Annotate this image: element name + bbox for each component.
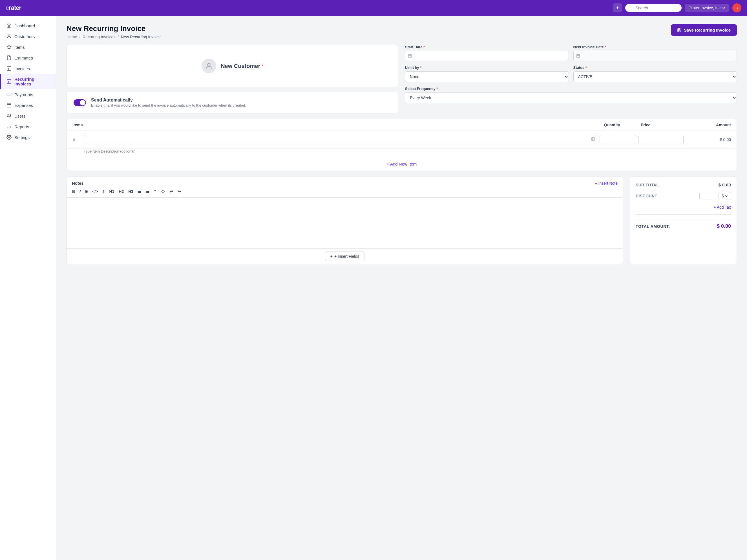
codeblock-button[interactable]: <> — [159, 188, 166, 195]
expenses-icon — [6, 103, 11, 108]
save-icon — [677, 28, 681, 32]
svg-point-14 — [8, 114, 9, 116]
sidebar-item-estimates[interactable]: Estimates — [0, 52, 56, 63]
svg-rect-7 — [7, 79, 11, 83]
item-name-input[interactable] — [84, 135, 597, 144]
discount-input[interactable]: 0 — [699, 192, 716, 200]
sidebar-item-recurring-invoices[interactable]: Recurring Invoices — [0, 74, 56, 89]
frequency-label: Select Frequency * — [405, 86, 737, 91]
drag-handle-icon[interactable]: ⠿ — [73, 137, 81, 143]
save-recurring-invoice-button[interactable]: Save Recurring Invoice — [671, 24, 737, 36]
reports-icon — [6, 124, 11, 129]
payments-icon — [6, 92, 11, 97]
item-picker-icon[interactable] — [591, 137, 595, 142]
status-select[interactable]: ACTIVE INACTIVE — [573, 71, 737, 82]
sidebar-label-invoices: Invoices — [15, 66, 30, 71]
bold-button[interactable]: B — [71, 188, 76, 195]
start-date-input-wrapper: 2021/11/30 — [405, 51, 569, 61]
frequency-select[interactable]: Every Week Every Month Every Year — [405, 93, 737, 103]
insert-note-button[interactable]: + Insert Note — [595, 181, 618, 185]
svg-point-19 — [8, 137, 10, 138]
col-amount: Amount — [686, 123, 731, 127]
sidebar-item-reports[interactable]: Reports — [0, 121, 56, 132]
add-tax-button[interactable]: + Add Tax — [714, 205, 731, 209]
sidebar-label-settings: Settings — [15, 135, 30, 140]
paragraph-button[interactable]: ¶ — [101, 188, 106, 195]
sidebar-item-dashboard[interactable]: Dashboard — [0, 20, 56, 31]
search-wrapper — [625, 4, 681, 12]
total-amount-value: $ 0.00 — [717, 223, 731, 229]
customer-avatar — [202, 59, 216, 73]
add-new-item-button[interactable]: + Add New Item — [387, 161, 417, 167]
next-invoice-date-input-wrapper: 2021/12/05 — [573, 51, 737, 61]
price-input[interactable]: $ 0.00 — [639, 135, 684, 144]
sidebar-label-recurring-invoices: Recurring Invoices — [15, 77, 50, 86]
add-item-row: + Add New Item — [67, 158, 737, 171]
strikethrough-button[interactable]: S — [84, 188, 89, 195]
code-button[interactable]: </> — [91, 188, 99, 195]
customer-avatar-icon — [205, 62, 213, 70]
sidebar-item-settings[interactable]: Settings — [0, 132, 56, 143]
svg-rect-4 — [7, 67, 11, 71]
blockquote-button[interactable]: " — [153, 188, 158, 195]
items-table-card: Items Quantity Price Amount ⠿ 1 $ 0 — [67, 119, 737, 171]
send-automatically-panel: Send Automatically Enable this, if you w… — [67, 92, 398, 113]
notes-card: Notes + Insert Note B I S </> ¶ H1 H2 H3… — [67, 177, 623, 264]
redo-button[interactable]: ↪ — [176, 188, 182, 195]
ordered-list-button[interactable]: ☰ — [145, 188, 151, 195]
col-price: Price — [641, 123, 686, 127]
total-amount-label: TOTAL AMOUNT: — [636, 224, 670, 229]
total-amount-row: TOTAL AMOUNT: $ 0.00 — [636, 219, 731, 229]
next-invoice-date-label: Next Invoice Date * — [573, 45, 737, 49]
status-group: Status * ACTIVE INACTIVE — [573, 66, 737, 82]
frequency-group: Select Frequency * Every Week Every Mont… — [405, 86, 737, 103]
sub-total-value: $ 0.00 — [719, 182, 731, 187]
notes-editor[interactable] — [67, 198, 623, 248]
insert-fields-button[interactable]: + + Insert Fields — [325, 252, 365, 261]
limit-by-select[interactable]: None Date Count — [405, 71, 569, 82]
sidebar-item-payments[interactable]: Payments — [0, 89, 56, 100]
limit-by-label: Limit by * — [405, 66, 569, 70]
sidebar-item-invoices[interactable]: Invoices — [0, 63, 56, 74]
main-content: New Recurring Invoice Home / Recurring I… — [56, 16, 747, 560]
quantity-input[interactable]: 1 — [599, 135, 636, 144]
svg-point-2 — [8, 35, 10, 36]
avatar[interactable]: U — [732, 3, 741, 12]
send-auto-toggle[interactable] — [74, 99, 86, 106]
h2-button[interactable]: H2 — [117, 188, 125, 195]
limit-by-group: Limit by * None Date Count — [405, 66, 569, 82]
sidebar-item-expenses[interactable]: Expenses — [0, 100, 56, 110]
item-description-input[interactable] — [84, 149, 731, 153]
sidebar-item-users[interactable]: Users — [0, 110, 56, 121]
customer-panel[interactable]: New Customer * — [67, 45, 398, 87]
italic-button[interactable]: I — [78, 188, 82, 195]
customers-icon — [6, 34, 11, 39]
undo-button[interactable]: ↩ — [168, 188, 175, 195]
add-button[interactable]: + — [613, 3, 622, 12]
send-auto-description: Enable this, if you would like to send t… — [91, 103, 246, 107]
toggle-knob — [80, 100, 85, 105]
sub-total-label: SUB TOTAL — [636, 183, 659, 187]
breadcrumb-home[interactable]: Home — [67, 35, 77, 39]
discount-type-button[interactable]: $ — [719, 192, 731, 200]
settings-icon — [6, 135, 11, 140]
discount-label: DISCOUNT — [636, 194, 657, 198]
header-left: New Recurring Invoice Home / Recurring I… — [67, 24, 161, 39]
next-invoice-date-group: Next Invoice Date * 2021/12/05 — [573, 45, 737, 61]
chevron-down-icon — [722, 6, 726, 9]
sidebar-item-items[interactable]: Items — [0, 42, 56, 52]
send-auto-text: Send Automatically Enable this, if you w… — [91, 98, 246, 107]
app-logo: crater — [6, 4, 21, 11]
h1-button[interactable]: H1 — [108, 188, 115, 195]
recurring-icon — [6, 79, 11, 84]
bullet-list-button[interactable]: ☰ — [136, 188, 143, 195]
price-input-wrapper: $ 0.00 — [639, 135, 684, 144]
h3-button[interactable]: H3 — [127, 188, 135, 195]
breadcrumb-section[interactable]: Recurring Invoices — [83, 35, 115, 39]
search-input[interactable] — [625, 4, 681, 12]
company-selector[interactable]: Crater Invoice, Inc — [685, 4, 729, 12]
totals-divider — [636, 214, 731, 214]
start-date-input[interactable]: 2021/11/30 — [405, 51, 569, 61]
sidebar-item-customers[interactable]: Customers — [0, 31, 56, 42]
sidebar-label-payments: Payments — [15, 92, 33, 97]
